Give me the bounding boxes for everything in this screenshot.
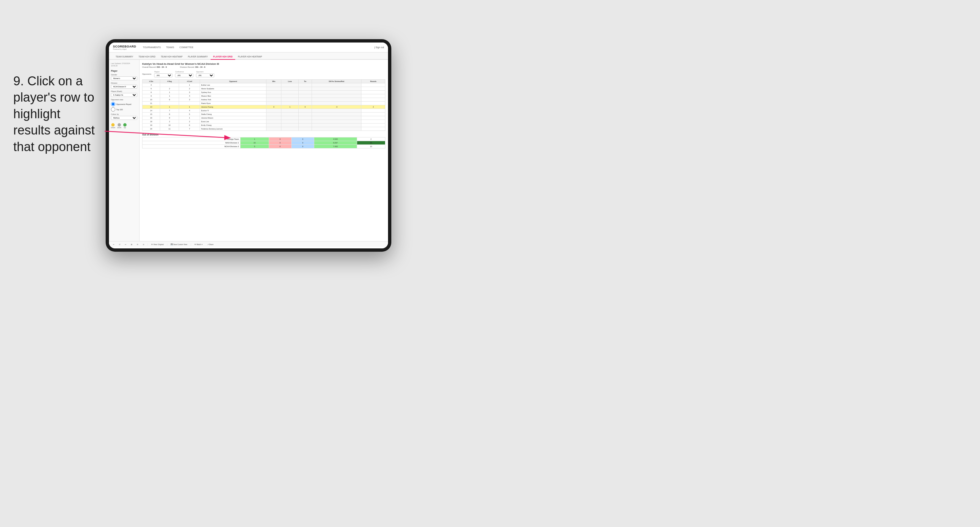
filter-opponent-select[interactable]: (All) (196, 73, 214, 77)
toolbar-view-original[interactable]: 👁 View: Original (150, 243, 165, 246)
division-record-label: Division Record: 331 - 34 - 6 (180, 66, 205, 68)
filter-opponent-group: Opponent (All) (196, 71, 214, 77)
ood-table: Foreign Team1004.5002NAIA Division 11500… (142, 137, 385, 148)
table-row[interactable]: 31Esther Lee (143, 83, 385, 87)
last-updated-time: 16:55:28 (111, 65, 137, 67)
table-cell (282, 90, 299, 94)
colour-by-select[interactable]: Win/loss (111, 116, 137, 120)
table-cell: Jessica Huang (200, 105, 266, 109)
toolbar-redo[interactable]: ↺ (118, 243, 122, 246)
ood-label: NAIA Division 1 (143, 141, 240, 145)
table-row[interactable]: 1691Jessica Mason (143, 116, 385, 120)
toolbar-refresh[interactable]: ⟳ (135, 243, 140, 246)
table-cell: 4 (179, 109, 200, 113)
ood-diff: 7.400 (314, 145, 357, 148)
table-cell (312, 94, 361, 98)
table-cell (299, 102, 312, 105)
table-cell (266, 127, 282, 131)
table-cell: 3 (179, 98, 200, 102)
table-row[interactable]: 613Sydney Kuo (143, 90, 385, 94)
ood-loss: 0 (269, 141, 291, 145)
tab-team-h2h-heatmap[interactable]: TEAM H2H HEATMAP (158, 56, 185, 60)
tab-team-h2h-grid[interactable]: TEAM H2H GRID (136, 56, 158, 60)
table-cell: 3 (143, 83, 160, 87)
table-cell (299, 124, 312, 127)
table-cell (282, 116, 299, 120)
filter-conference-group: Conference (All) (175, 71, 193, 77)
table-cell: 1 (160, 105, 179, 109)
table-cell: 1 (179, 116, 200, 120)
gender-select[interactable]: Women's (111, 76, 137, 80)
table-header-row: # Div # Reg # Conf Opponent Win Loss Tie… (143, 80, 385, 83)
nav-committee[interactable]: COMMITTEE (180, 46, 193, 49)
table-row[interactable]: 1063Andrea York (143, 98, 385, 102)
player-rank-select[interactable]: 8. Katelyn Vo (111, 93, 137, 97)
filter-conference-select[interactable]: (All) (175, 73, 193, 77)
ood-rounds: 2 (357, 138, 385, 141)
table-row[interactable]: 1311Jessica Huang010-32 (143, 105, 385, 109)
table-row[interactable]: 1585Stella Cheng (143, 113, 385, 116)
ood-tie: 0 (291, 141, 314, 145)
table-cell (299, 90, 312, 94)
radio-opponents-played[interactable]: Opponents Played (111, 102, 137, 106)
ood-row[interactable]: NCAA Division 25007.40010 (143, 145, 385, 148)
table-cell (266, 94, 282, 98)
table-cell: 20 (143, 127, 160, 131)
table-row[interactable]: 914Sharon Mun (143, 94, 385, 98)
ood-row[interactable]: Foreign Team1004.5002 (143, 138, 385, 141)
table-cell: 16 (143, 116, 160, 120)
table-cell (361, 124, 385, 127)
sign-out-link[interactable]: Sign out (375, 46, 384, 49)
toolbar-save-custom[interactable]: 💾 Save Custom View (169, 243, 189, 246)
table-row[interactable]: 11Haeio Hyun (143, 102, 385, 105)
table-cell: Haeio Hyun (200, 102, 266, 105)
nav-tournaments[interactable]: TOURNAMENTS (143, 46, 161, 49)
tab-player-h2h-heatmap[interactable]: PLAYER H2H HEATMAP (235, 56, 265, 60)
toolbar-watch[interactable]: 👁 Watch ▾ (193, 243, 204, 246)
table-cell: 5 (143, 87, 160, 90)
table-row[interactable]: 1822Euna Lee (143, 120, 385, 124)
toolbar-back[interactable]: ↩ (124, 243, 127, 246)
radio-top100[interactable]: Top 100 (111, 107, 137, 111)
toolbar-target[interactable]: ⊙ (142, 243, 145, 246)
table-row[interactable]: 1474Eunice Yi (143, 109, 385, 113)
overall-record-value: 353 - 34 - 6 (156, 66, 167, 68)
ood-row[interactable]: NAIA Division 115009.26730 (143, 141, 385, 145)
table-cell: Eunice Yi (200, 109, 266, 113)
ood-diff: 4.500 (314, 138, 357, 141)
table-cell (266, 102, 282, 105)
table-cell (282, 87, 299, 90)
data-records: Overall Record: 353 - 34 - 6 Division Re… (142, 66, 385, 68)
logo-sub: Powered by clippd (113, 48, 136, 50)
tab-team-summary[interactable]: TEAM SUMMARY (113, 56, 136, 60)
legend-down: Down (111, 123, 115, 129)
table-cell: 11 (160, 127, 179, 131)
division-select[interactable]: NCAA Division III (111, 85, 137, 89)
table-cell (361, 98, 385, 102)
table-cell (312, 116, 361, 120)
nav-teams[interactable]: TEAMS (166, 46, 174, 49)
table-row[interactable]: 20117Federica Domecq Lacroze (143, 127, 385, 131)
table-cell (282, 94, 299, 98)
table-cell: 13 (143, 105, 160, 109)
toolbar-grid[interactable]: ⊞ (130, 243, 134, 246)
legend-up-circle (123, 123, 127, 127)
toolbar-undo[interactable]: ↩ (111, 243, 116, 246)
toolbar-share[interactable]: ↗ Share (206, 243, 215, 246)
table-cell: 4 (179, 94, 200, 98)
table-cell (299, 116, 312, 120)
sidebar-radio-group: Opponents Played Top 100 (111, 102, 137, 111)
table-cell (266, 124, 282, 127)
table-cell: 19 (143, 124, 160, 127)
table-row[interactable]: 19106Emily Chang (143, 124, 385, 127)
ood-win: 5 (240, 145, 269, 148)
table-row[interactable]: 522Alexis Sudjianto (143, 87, 385, 90)
table-cell: Jessica Mason (200, 116, 266, 120)
table-cell: 1 (282, 105, 299, 109)
logo-text: SCOREBOARD (113, 45, 136, 48)
tab-player-summary[interactable]: PLAYER SUMMARY (185, 56, 211, 60)
table-cell (282, 109, 299, 113)
sidebar: Last Updated: 27/03/2024 16:55:28 Player… (109, 60, 140, 241)
tab-player-h2h-grid[interactable]: PLAYER H2H GRID (211, 56, 235, 60)
filter-region-select[interactable]: (All) (154, 73, 172, 77)
